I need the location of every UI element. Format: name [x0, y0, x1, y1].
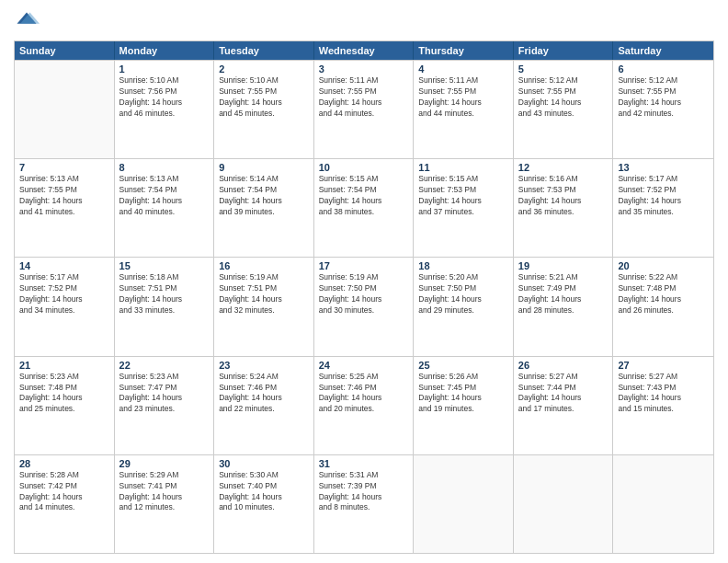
day-info: Sunrise: 5:31 AM Sunset: 7:39 PM Dayligh… [319, 470, 409, 514]
calendar-row: 14Sunrise: 5:17 AM Sunset: 7:52 PM Dayli… [15, 257, 713, 355]
day-number: 29 [119, 458, 210, 469]
calendar-cell: 27Sunrise: 5:27 AM Sunset: 7:43 PM Dayli… [613, 357, 713, 454]
day-info: Sunrise: 5:29 AM Sunset: 7:41 PM Dayligh… [119, 470, 210, 514]
day-number: 22 [119, 360, 210, 371]
day-info: Sunrise: 5:13 AM Sunset: 7:54 PM Dayligh… [119, 174, 210, 218]
calendar-cell: 6Sunrise: 5:12 AM Sunset: 7:55 PM Daylig… [613, 61, 713, 158]
day-number: 6 [618, 63, 709, 75]
day-info: Sunrise: 5:15 AM Sunset: 7:54 PM Dayligh… [319, 174, 409, 218]
day-info: Sunrise: 5:10 AM Sunset: 7:56 PM Dayligh… [119, 75, 210, 120]
header-cell-saturday: Saturday [613, 41, 713, 60]
calendar-cell: 18Sunrise: 5:20 AM Sunset: 7:50 PM Dayli… [414, 258, 514, 355]
day-info: Sunrise: 5:27 AM Sunset: 7:44 PM Dayligh… [518, 372, 609, 416]
calendar-cell: 20Sunrise: 5:22 AM Sunset: 7:48 PM Dayli… [613, 258, 713, 355]
day-number: 24 [319, 360, 409, 371]
calendar-cell: 16Sunrise: 5:19 AM Sunset: 7:51 PM Dayli… [214, 258, 314, 355]
calendar-cell: 21Sunrise: 5:23 AM Sunset: 7:48 PM Dayli… [15, 357, 115, 454]
day-number: 25 [418, 360, 508, 371]
day-number: 5 [518, 63, 609, 75]
day-number: 26 [518, 360, 609, 371]
day-number: 19 [518, 260, 609, 271]
header-cell-thursday: Thursday [414, 41, 514, 60]
day-number: 30 [219, 458, 309, 469]
page: SundayMondayTuesdayWednesdayThursdayFrid… [0, 0, 728, 563]
day-number: 1 [119, 63, 210, 75]
day-number: 17 [319, 260, 409, 271]
calendar-cell [514, 455, 614, 553]
calendar-cell: 1Sunrise: 5:10 AM Sunset: 7:56 PM Daylig… [115, 61, 215, 158]
day-info: Sunrise: 5:15 AM Sunset: 7:53 PM Dayligh… [418, 174, 508, 218]
calendar-cell: 8Sunrise: 5:13 AM Sunset: 7:54 PM Daylig… [115, 159, 215, 257]
day-number: 4 [418, 63, 508, 75]
day-number: 9 [219, 162, 309, 173]
day-info: Sunrise: 5:17 AM Sunset: 7:52 PM Dayligh… [618, 174, 709, 218]
calendar-body: 1Sunrise: 5:10 AM Sunset: 7:56 PM Daylig… [15, 60, 713, 553]
day-info: Sunrise: 5:22 AM Sunset: 7:48 PM Dayligh… [618, 272, 709, 316]
calendar-cell: 14Sunrise: 5:17 AM Sunset: 7:52 PM Dayli… [15, 258, 115, 355]
calendar-cell [613, 455, 713, 553]
day-info: Sunrise: 5:20 AM Sunset: 7:50 PM Dayligh… [418, 272, 508, 316]
day-info: Sunrise: 5:19 AM Sunset: 7:50 PM Dayligh… [319, 272, 409, 316]
calendar-row: 1Sunrise: 5:10 AM Sunset: 7:56 PM Daylig… [15, 60, 713, 158]
calendar: SundayMondayTuesdayWednesdayThursdayFrid… [14, 40, 714, 554]
day-info: Sunrise: 5:17 AM Sunset: 7:52 PM Dayligh… [19, 272, 109, 316]
day-number: 13 [618, 162, 709, 173]
header-cell-friday: Friday [514, 41, 614, 60]
calendar-cell: 19Sunrise: 5:21 AM Sunset: 7:49 PM Dayli… [514, 258, 614, 355]
day-number: 27 [618, 360, 709, 371]
calendar-cell: 12Sunrise: 5:16 AM Sunset: 7:53 PM Dayli… [514, 159, 614, 257]
day-info: Sunrise: 5:28 AM Sunset: 7:42 PM Dayligh… [19, 470, 109, 514]
calendar-cell: 3Sunrise: 5:11 AM Sunset: 7:55 PM Daylig… [314, 61, 415, 158]
day-number: 2 [219, 63, 309, 75]
day-number: 10 [319, 162, 409, 173]
day-info: Sunrise: 5:13 AM Sunset: 7:55 PM Dayligh… [19, 174, 109, 218]
day-number: 8 [119, 162, 210, 173]
calendar-row: 21Sunrise: 5:23 AM Sunset: 7:48 PM Dayli… [15, 356, 713, 454]
calendar-cell: 31Sunrise: 5:31 AM Sunset: 7:39 PM Dayli… [314, 455, 415, 553]
logo [14, 9, 43, 35]
calendar-cell: 22Sunrise: 5:23 AM Sunset: 7:47 PM Dayli… [115, 357, 215, 454]
calendar-cell: 28Sunrise: 5:28 AM Sunset: 7:42 PM Dayli… [15, 455, 115, 553]
calendar-cell: 23Sunrise: 5:24 AM Sunset: 7:46 PM Dayli… [214, 357, 314, 454]
day-number: 28 [19, 458, 109, 469]
calendar-cell: 11Sunrise: 5:15 AM Sunset: 7:53 PM Dayli… [414, 159, 514, 257]
day-number: 18 [418, 260, 508, 271]
calendar-header: SundayMondayTuesdayWednesdayThursdayFrid… [15, 41, 713, 60]
day-number: 7 [19, 162, 109, 173]
day-info: Sunrise: 5:25 AM Sunset: 7:46 PM Dayligh… [319, 372, 409, 416]
day-info: Sunrise: 5:11 AM Sunset: 7:55 PM Dayligh… [418, 75, 508, 120]
calendar-cell: 24Sunrise: 5:25 AM Sunset: 7:46 PM Dayli… [314, 357, 415, 454]
calendar-cell: 7Sunrise: 5:13 AM Sunset: 7:55 PM Daylig… [15, 159, 115, 257]
calendar-cell: 25Sunrise: 5:26 AM Sunset: 7:45 PM Dayli… [414, 357, 514, 454]
day-info: Sunrise: 5:16 AM Sunset: 7:53 PM Dayligh… [518, 174, 609, 218]
header-cell-tuesday: Tuesday [214, 41, 314, 60]
calendar-row: 28Sunrise: 5:28 AM Sunset: 7:42 PM Dayli… [15, 454, 713, 553]
day-number: 15 [119, 260, 210, 271]
day-info: Sunrise: 5:10 AM Sunset: 7:55 PM Dayligh… [219, 75, 309, 120]
day-info: Sunrise: 5:11 AM Sunset: 7:55 PM Dayligh… [319, 75, 409, 120]
day-number: 31 [319, 458, 409, 469]
header-cell-sunday: Sunday [15, 41, 115, 60]
calendar-cell: 9Sunrise: 5:14 AM Sunset: 7:54 PM Daylig… [214, 159, 314, 257]
day-info: Sunrise: 5:12 AM Sunset: 7:55 PM Dayligh… [518, 75, 609, 120]
day-info: Sunrise: 5:27 AM Sunset: 7:43 PM Dayligh… [618, 372, 709, 416]
calendar-cell [15, 61, 115, 158]
calendar-cell: 30Sunrise: 5:30 AM Sunset: 7:40 PM Dayli… [214, 455, 314, 553]
logo-icon [14, 9, 40, 35]
calendar-cell: 5Sunrise: 5:12 AM Sunset: 7:55 PM Daylig… [514, 61, 614, 158]
header [14, 9, 714, 35]
day-info: Sunrise: 5:14 AM Sunset: 7:54 PM Dayligh… [219, 174, 309, 218]
day-info: Sunrise: 5:24 AM Sunset: 7:46 PM Dayligh… [219, 372, 309, 416]
day-number: 14 [19, 260, 109, 271]
day-info: Sunrise: 5:19 AM Sunset: 7:51 PM Dayligh… [219, 272, 309, 316]
day-info: Sunrise: 5:18 AM Sunset: 7:51 PM Dayligh… [119, 272, 210, 316]
day-number: 11 [418, 162, 508, 173]
calendar-cell: 15Sunrise: 5:18 AM Sunset: 7:51 PM Dayli… [115, 258, 215, 355]
calendar-cell: 10Sunrise: 5:15 AM Sunset: 7:54 PM Dayli… [314, 159, 415, 257]
day-number: 16 [219, 260, 309, 271]
calendar-cell: 2Sunrise: 5:10 AM Sunset: 7:55 PM Daylig… [214, 61, 314, 158]
day-number: 3 [319, 63, 409, 75]
header-cell-monday: Monday [115, 41, 215, 60]
day-info: Sunrise: 5:23 AM Sunset: 7:47 PM Dayligh… [119, 372, 210, 416]
calendar-cell: 17Sunrise: 5:19 AM Sunset: 7:50 PM Dayli… [314, 258, 415, 355]
